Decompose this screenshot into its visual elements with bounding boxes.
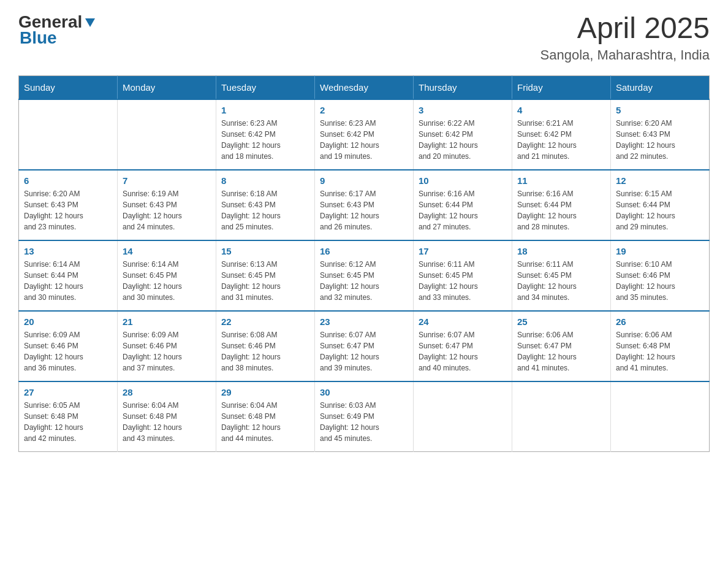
weekday-header-row: SundayMondayTuesdayWednesdayThursdayFrid… (19, 75, 710, 99)
logo-triangle-icon (83, 15, 97, 29)
calendar-cell: 13Sunrise: 6:14 AM Sunset: 6:44 PM Dayli… (19, 240, 118, 311)
day-info: Sunrise: 6:15 AM Sunset: 6:44 PM Dayligh… (616, 188, 704, 232)
calendar-cell (414, 381, 512, 452)
day-info: Sunrise: 6:04 AM Sunset: 6:48 PM Dayligh… (221, 400, 309, 444)
day-info: Sunrise: 6:08 AM Sunset: 6:46 PM Dayligh… (221, 329, 309, 373)
day-number: 7 (123, 175, 211, 186)
day-number: 21 (123, 316, 211, 327)
calendar-cell: 8Sunrise: 6:18 AM Sunset: 6:43 PM Daylig… (216, 170, 315, 240)
calendar-cell (19, 99, 118, 170)
calendar-cell: 3Sunrise: 6:22 AM Sunset: 6:42 PM Daylig… (414, 99, 512, 170)
title-section: April 2025 Sangola, Maharashtra, India (540, 12, 710, 63)
calendar-cell: 21Sunrise: 6:09 AM Sunset: 6:46 PM Dayli… (118, 311, 216, 381)
day-info: Sunrise: 6:22 AM Sunset: 6:42 PM Dayligh… (419, 118, 507, 162)
day-number: 29 (221, 387, 309, 397)
day-number: 26 (616, 316, 704, 327)
page-subtitle: Sangola, Maharashtra, India (540, 47, 710, 63)
calendar-cell: 26Sunrise: 6:06 AM Sunset: 6:48 PM Dayli… (611, 311, 710, 381)
day-info: Sunrise: 6:11 AM Sunset: 6:45 PM Dayligh… (419, 259, 507, 303)
weekday-header-wednesday: Wednesday (315, 75, 414, 99)
weekday-header-thursday: Thursday (414, 75, 512, 99)
day-number: 25 (517, 316, 605, 327)
page-header: General Blue April 2025 Sangola, Maharas… (18, 12, 710, 63)
calendar-cell: 25Sunrise: 6:06 AM Sunset: 6:47 PM Dayli… (512, 311, 611, 381)
day-number: 15 (221, 246, 309, 256)
calendar-cell: 6Sunrise: 6:20 AM Sunset: 6:43 PM Daylig… (19, 170, 118, 240)
calendar-week-row: 6Sunrise: 6:20 AM Sunset: 6:43 PM Daylig… (19, 170, 710, 240)
day-info: Sunrise: 6:21 AM Sunset: 6:42 PM Dayligh… (517, 118, 605, 162)
calendar-week-row: 1Sunrise: 6:23 AM Sunset: 6:42 PM Daylig… (19, 99, 710, 170)
calendar-cell: 28Sunrise: 6:04 AM Sunset: 6:48 PM Dayli… (118, 381, 216, 452)
calendar-week-row: 13Sunrise: 6:14 AM Sunset: 6:44 PM Dayli… (19, 240, 710, 311)
calendar-cell: 22Sunrise: 6:08 AM Sunset: 6:46 PM Dayli… (216, 311, 315, 381)
day-number: 12 (616, 175, 704, 186)
calendar-cell: 5Sunrise: 6:20 AM Sunset: 6:43 PM Daylig… (611, 99, 710, 170)
weekday-header-saturday: Saturday (611, 75, 710, 99)
calendar-cell: 7Sunrise: 6:19 AM Sunset: 6:43 PM Daylig… (118, 170, 216, 240)
day-number: 6 (24, 175, 112, 186)
calendar-cell: 14Sunrise: 6:14 AM Sunset: 6:45 PM Dayli… (118, 240, 216, 311)
calendar-cell: 30Sunrise: 6:03 AM Sunset: 6:49 PM Dayli… (315, 381, 414, 452)
day-info: Sunrise: 6:10 AM Sunset: 6:46 PM Dayligh… (616, 259, 704, 303)
day-number: 30 (320, 387, 408, 397)
day-number: 13 (24, 246, 112, 256)
day-number: 2 (320, 105, 408, 115)
day-number: 14 (123, 246, 211, 256)
calendar-cell (512, 381, 611, 452)
calendar-cell: 9Sunrise: 6:17 AM Sunset: 6:43 PM Daylig… (315, 170, 414, 240)
day-number: 27 (24, 387, 112, 397)
day-info: Sunrise: 6:16 AM Sunset: 6:44 PM Dayligh… (517, 188, 605, 232)
day-number: 20 (24, 316, 112, 327)
day-info: Sunrise: 6:09 AM Sunset: 6:46 PM Dayligh… (24, 329, 112, 373)
day-info: Sunrise: 6:14 AM Sunset: 6:44 PM Dayligh… (24, 259, 112, 303)
calendar-cell: 4Sunrise: 6:21 AM Sunset: 6:42 PM Daylig… (512, 99, 611, 170)
day-info: Sunrise: 6:07 AM Sunset: 6:47 PM Dayligh… (320, 329, 408, 373)
day-number: 10 (419, 175, 507, 186)
day-number: 23 (320, 316, 408, 327)
calendar-cell: 18Sunrise: 6:11 AM Sunset: 6:45 PM Dayli… (512, 240, 611, 311)
day-info: Sunrise: 6:20 AM Sunset: 6:43 PM Dayligh… (616, 118, 704, 162)
day-number: 3 (419, 105, 507, 115)
calendar-table: SundayMondayTuesdayWednesdayThursdayFrid… (18, 75, 710, 452)
day-info: Sunrise: 6:13 AM Sunset: 6:45 PM Dayligh… (221, 259, 309, 303)
day-number: 19 (616, 246, 704, 256)
day-number: 18 (517, 246, 605, 256)
calendar-cell: 17Sunrise: 6:11 AM Sunset: 6:45 PM Dayli… (414, 240, 512, 311)
calendar-header: SundayMondayTuesdayWednesdayThursdayFrid… (19, 75, 710, 99)
calendar-cell: 2Sunrise: 6:23 AM Sunset: 6:42 PM Daylig… (315, 99, 414, 170)
day-number: 9 (320, 175, 408, 186)
calendar-cell: 12Sunrise: 6:15 AM Sunset: 6:44 PM Dayli… (611, 170, 710, 240)
weekday-header-tuesday: Tuesday (216, 75, 315, 99)
day-info: Sunrise: 6:12 AM Sunset: 6:45 PM Dayligh… (320, 259, 408, 303)
day-info: Sunrise: 6:16 AM Sunset: 6:44 PM Dayligh… (419, 188, 507, 232)
calendar-cell: 1Sunrise: 6:23 AM Sunset: 6:42 PM Daylig… (216, 99, 315, 170)
day-info: Sunrise: 6:06 AM Sunset: 6:47 PM Dayligh… (517, 329, 605, 373)
day-number: 8 (221, 175, 309, 186)
calendar-cell: 11Sunrise: 6:16 AM Sunset: 6:44 PM Dayli… (512, 170, 611, 240)
calendar-cell (118, 99, 216, 170)
day-info: Sunrise: 6:11 AM Sunset: 6:45 PM Dayligh… (517, 259, 605, 303)
calendar-cell: 15Sunrise: 6:13 AM Sunset: 6:45 PM Dayli… (216, 240, 315, 311)
day-info: Sunrise: 6:14 AM Sunset: 6:45 PM Dayligh… (123, 259, 211, 303)
weekday-header-sunday: Sunday (19, 75, 118, 99)
day-info: Sunrise: 6:04 AM Sunset: 6:48 PM Dayligh… (123, 400, 211, 444)
day-number: 24 (419, 316, 507, 327)
calendar-cell: 20Sunrise: 6:09 AM Sunset: 6:46 PM Dayli… (19, 311, 118, 381)
day-info: Sunrise: 6:03 AM Sunset: 6:49 PM Dayligh… (320, 400, 408, 444)
day-number: 11 (517, 175, 605, 186)
svg-marker-0 (85, 18, 95, 27)
calendar-body: 1Sunrise: 6:23 AM Sunset: 6:42 PM Daylig… (19, 99, 710, 452)
day-info: Sunrise: 6:07 AM Sunset: 6:47 PM Dayligh… (419, 329, 507, 373)
day-info: Sunrise: 6:18 AM Sunset: 6:43 PM Dayligh… (221, 188, 309, 232)
day-number: 5 (616, 105, 704, 115)
calendar-cell: 27Sunrise: 6:05 AM Sunset: 6:48 PM Dayli… (19, 381, 118, 452)
day-info: Sunrise: 6:20 AM Sunset: 6:43 PM Dayligh… (24, 188, 112, 232)
day-info: Sunrise: 6:17 AM Sunset: 6:43 PM Dayligh… (320, 188, 408, 232)
day-info: Sunrise: 6:23 AM Sunset: 6:42 PM Dayligh… (320, 118, 408, 162)
calendar-week-row: 27Sunrise: 6:05 AM Sunset: 6:48 PM Dayli… (19, 381, 710, 452)
calendar-cell: 29Sunrise: 6:04 AM Sunset: 6:48 PM Dayli… (216, 381, 315, 452)
day-info: Sunrise: 6:23 AM Sunset: 6:42 PM Dayligh… (221, 118, 309, 162)
calendar-cell (611, 381, 710, 452)
day-number: 28 (123, 387, 211, 397)
day-info: Sunrise: 6:09 AM Sunset: 6:46 PM Dayligh… (123, 329, 211, 373)
